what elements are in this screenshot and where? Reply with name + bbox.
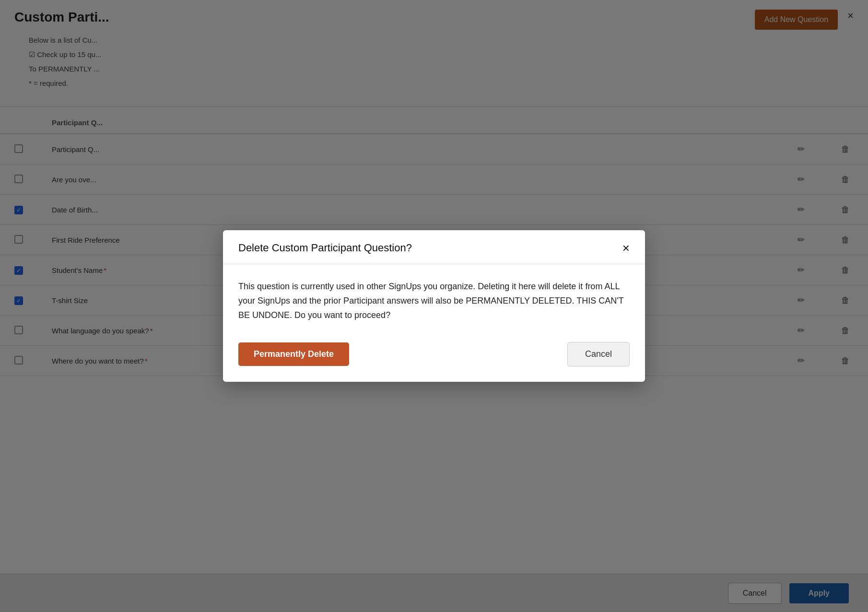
delete-confirmation-modal: Delete Custom Participant Question? × Th… [223, 230, 645, 381]
modal-cancel-button[interactable]: Cancel [567, 342, 630, 366]
modal-body: This question is currently used in other… [223, 264, 645, 341]
modal-overlay: Delete Custom Participant Question? × Th… [0, 0, 868, 612]
permanently-delete-button[interactable]: Permanently Delete [238, 342, 349, 366]
modal-close-button[interactable]: × [622, 242, 630, 254]
modal-message: This question is currently used in other… [238, 280, 630, 322]
modal-header: Delete Custom Participant Question? × [223, 230, 645, 264]
modal-title: Delete Custom Participant Question? [238, 242, 412, 254]
modal-footer: Permanently Delete Cancel [223, 342, 645, 382]
